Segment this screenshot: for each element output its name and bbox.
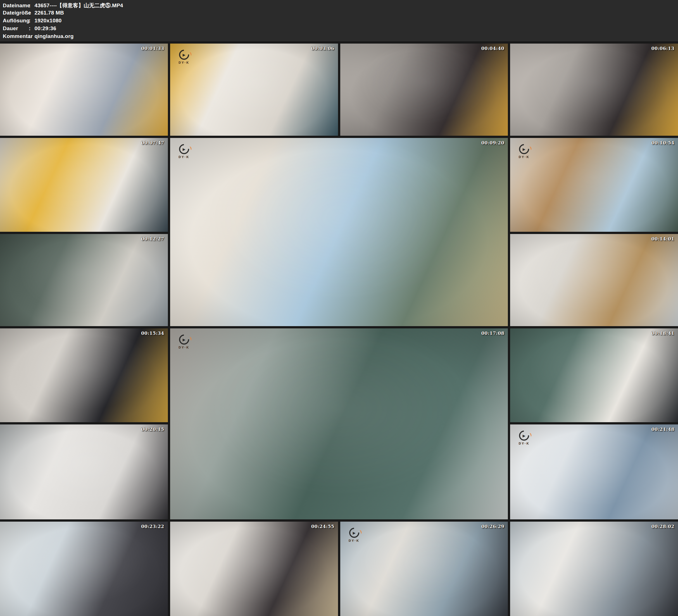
play-triangle-icon: ▶: [523, 434, 525, 437]
video-thumbnail-15[interactable]: 00:23:22: [0, 522, 168, 616]
timestamp-overlay: 00:17:08: [481, 331, 504, 336]
video-thumbnail-17[interactable]: ▶ DY·K 00:26:29: [340, 522, 508, 616]
watermark-label: DY·K: [179, 61, 189, 64]
play-circle-icon: ▶: [517, 429, 531, 443]
video-thumbnail-7[interactable]: ▶ DY·K 00:10:54: [510, 138, 678, 232]
thumbnail-contact-sheet: 00:01:33 ▶ DY·K 00:03:06 00:04:40 00:06:…: [0, 44, 678, 616]
play-circle-icon: ▶: [177, 333, 191, 347]
video-thumbnail-10[interactable]: 00:15:34: [0, 329, 168, 422]
timestamp-overlay: 00:10:54: [651, 140, 674, 146]
metadata-label: Dateiname: [3, 2, 29, 9]
metadata-separator: :: [29, 2, 31, 9]
metadata-row-filename: Dateiname : 43657----【得意客】山无二虎⑤.MP4: [3, 2, 678, 10]
video-thumbnail-5[interactable]: 00:07:47: [0, 138, 168, 232]
metadata-row-filesize: Dateigröße : 2261.78 MB: [3, 10, 678, 17]
video-thumbnail-11-large[interactable]: ▶ DY·K 00:17:08: [170, 329, 508, 519]
orange-accent-icon: [188, 52, 192, 56]
dyk-watermark-logo: ▶ DY·K: [347, 528, 362, 542]
orange-accent-icon: [528, 432, 532, 437]
video-thumbnail-18[interactable]: 00:28:02: [510, 522, 678, 616]
metadata-label: Dateigröße: [3, 10, 29, 16]
play-triangle-icon: ▶: [183, 53, 186, 57]
metadata-separator: :: [29, 26, 31, 32]
timestamp-overlay: 00:23:22: [141, 524, 164, 529]
video-thumbnail-16[interactable]: 00:24:55: [170, 522, 338, 616]
timestamp-overlay: 00:20:15: [141, 427, 164, 432]
watermark-label: DY·K: [519, 155, 530, 159]
video-thumbnail-8[interactable]: 00:12:27: [0, 234, 168, 326]
video-thumbnail-1[interactable]: 00:01:33: [0, 44, 168, 136]
watermark-label: DY·K: [179, 346, 189, 349]
timestamp-overlay: 00:18:41: [651, 331, 674, 336]
video-thumbnail-4[interactable]: 00:06:13: [510, 44, 678, 136]
metadata-row-resolution: Auflösung : 1920x1080: [3, 17, 678, 26]
timestamp-overlay: 00:14:01: [651, 236, 674, 241]
metadata-separator: :: [29, 10, 31, 16]
orange-accent-icon: [188, 146, 192, 151]
video-thumbnail-2[interactable]: ▶ DY·K 00:03:06: [170, 44, 338, 136]
timestamp-overlay: 00:06:13: [651, 46, 674, 51]
watermark-label: DY·K: [179, 155, 189, 159]
timestamp-overlay: 00:24:55: [311, 524, 334, 529]
timestamp-overlay: 00:09:20: [481, 140, 504, 146]
metadata-row-duration: Dauer : 00:29:36: [3, 26, 678, 33]
file-metadata-header: Dateiname : 43657----【得意客】山无二虎⑤.MP4 Date…: [0, 0, 678, 41]
orange-accent-icon: [358, 530, 362, 535]
play-circle-icon: ▶: [177, 142, 191, 156]
metadata-label: Dauer: [3, 26, 29, 32]
duration-value: 00:29:36: [35, 26, 57, 32]
metadata-row-comment: Kommentar : qinglanhua.org: [3, 33, 678, 41]
timestamp-overlay: 00:07:47: [141, 140, 164, 146]
filename-value: 43657----【得意客】山无二虎⑤.MP4: [35, 2, 123, 9]
comment-value: qinglanhua.org: [35, 33, 74, 39]
timestamp-overlay: 00:26:29: [481, 524, 504, 529]
play-triangle-icon: ▶: [183, 338, 186, 342]
metadata-label: Kommentar: [3, 33, 29, 39]
video-thumbnail-9[interactable]: 00:14:01: [510, 234, 678, 326]
dyk-watermark-logo: ▶ DY·K: [177, 50, 191, 64]
play-circle-icon: ▶: [517, 142, 531, 156]
video-thumbnail-14[interactable]: ▶ DY·K 00:21:48: [510, 424, 678, 519]
timestamp-overlay: 00:01:33: [141, 46, 164, 51]
watermark-label: DY·K: [519, 442, 530, 445]
timestamp-overlay: 00:28:02: [651, 524, 674, 529]
watermark-label: DY·K: [349, 539, 360, 542]
play-triangle-icon: ▶: [353, 531, 355, 535]
timestamp-overlay: 00:12:27: [141, 236, 164, 241]
timestamp-overlay: 00:15:34: [141, 331, 164, 336]
dyk-watermark-logo: ▶ DY·K: [517, 431, 531, 445]
video-thumbnail-12[interactable]: 00:18:41: [510, 329, 678, 422]
play-circle-icon: ▶: [347, 526, 361, 540]
timestamp-overlay: 00:04:40: [481, 46, 504, 51]
resolution-value: 1920x1080: [35, 17, 62, 24]
video-thumbnail-3[interactable]: 00:04:40: [340, 44, 508, 136]
play-triangle-icon: ▶: [523, 147, 525, 151]
timestamp-overlay: 00:21:48: [651, 427, 674, 432]
play-triangle-icon: ▶: [183, 147, 186, 151]
dyk-watermark-logo: ▶ DY·K: [177, 335, 191, 349]
orange-accent-icon: [528, 146, 532, 151]
metadata-label: Auflösung: [3, 17, 29, 24]
video-thumbnail-6-large[interactable]: ▶ DY·K 00:09:20: [170, 138, 508, 326]
metadata-separator: :: [29, 17, 31, 24]
dyk-watermark-logo: ▶ DY·K: [517, 144, 531, 159]
play-circle-icon: ▶: [177, 48, 191, 62]
timestamp-overlay: 00:03:06: [311, 46, 334, 51]
metadata-separator: :: [29, 33, 31, 39]
filesize-value: 2261.78 MB: [35, 10, 64, 16]
orange-accent-icon: [188, 337, 192, 341]
dyk-watermark-logo: ▶ DY·K: [177, 144, 191, 159]
video-thumbnail-13[interactable]: 00:20:15: [0, 424, 168, 519]
